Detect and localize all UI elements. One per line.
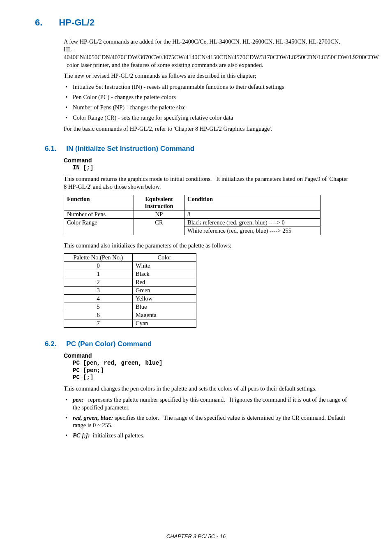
- table-cell: 6: [64, 311, 133, 319]
- section-number: 6.2.: [45, 340, 56, 348]
- table-cell: Color Range: [64, 218, 134, 235]
- table-row: 4Yellow: [64, 295, 196, 303]
- chapter-title: HP-GL/2: [59, 17, 95, 28]
- section-number: 6.1.: [45, 145, 56, 153]
- chapter-number: 6.: [35, 17, 42, 28]
- intro-paragraph: For the basic commands of HP-GL/2, refer…: [64, 125, 351, 133]
- code-block: IN [;]: [73, 164, 351, 172]
- table-row: Number of Pens NP 8: [64, 210, 321, 218]
- section-title: IN (Initialize Set Instruction) Command: [66, 145, 194, 153]
- table-cell: Black: [133, 270, 196, 278]
- table-header-row: Palette No.(Pen No.) Color: [64, 254, 196, 262]
- table-cell: NP: [134, 210, 184, 218]
- table-cell: Number of Pens: [64, 210, 134, 218]
- table-cell: White: [133, 262, 196, 270]
- table-cell: Red: [133, 278, 196, 287]
- table-header-row: Function Equivalent Instruction Conditio…: [64, 195, 321, 210]
- command-label: Command: [64, 157, 351, 164]
- table-cell: Black reference (red, green, blue) ---->…: [184, 218, 321, 227]
- param-bullet-list: pen: represents the palette number speci…: [64, 396, 351, 439]
- paragraph: This command changes the pen colors in t…: [64, 385, 351, 393]
- chapter-heading: 6.HP-GL/2: [35, 17, 351, 28]
- param-term: pen:: [73, 396, 84, 403]
- table-cell: Green: [133, 287, 196, 295]
- param-text: represents the palette number specified …: [73, 396, 347, 411]
- param-text: initializes all palettes.: [90, 432, 144, 439]
- palette-table: Palette No.(Pen No.) Color 0White 1Black…: [64, 253, 196, 328]
- table-header: Palette No.(Pen No.): [64, 254, 133, 262]
- table-row: 6Magenta: [64, 311, 196, 319]
- list-item: pen: represents the palette number speci…: [64, 396, 351, 412]
- table-row: 2Red: [64, 278, 196, 287]
- table-cell: Blue: [133, 303, 196, 311]
- table-row: 7Cyan: [64, 319, 196, 328]
- table-cell: 3: [64, 287, 133, 295]
- table-row: 3Green: [64, 287, 196, 295]
- table-row: 0White: [64, 262, 196, 270]
- table-cell: White reference (red, green, blue) ---->…: [184, 227, 321, 235]
- table-cell: Cyan: [133, 319, 196, 328]
- table-header: Function: [64, 195, 134, 210]
- list-item: Pen Color (PC) - changes the palette col…: [64, 93, 351, 101]
- table-cell: Magenta: [133, 311, 196, 319]
- table-row: 5Blue: [64, 303, 196, 311]
- list-item: PC [;]: initializes all palettes.: [64, 432, 351, 439]
- table-header: Condition: [184, 195, 321, 210]
- list-item: Color Range (CR) - sets the range for sp…: [64, 114, 351, 122]
- code-block: PC [pen, red, green, blue] PC [pen;] PC …: [73, 360, 351, 382]
- table-cell: 0: [64, 262, 133, 270]
- table-header: Equivalent Instruction: [134, 195, 184, 210]
- section-title: PC (Pen Color) Command: [66, 340, 152, 348]
- list-item: Number of Pens (NP) - changes the palett…: [64, 104, 351, 111]
- paragraph: This command returns the graphics mode t…: [64, 175, 351, 191]
- table-header: Color: [133, 254, 196, 262]
- table-cell: 5: [64, 303, 133, 311]
- command-label: Command: [64, 352, 351, 359]
- page-footer: CHAPTER 3 PCL5C - 16: [0, 533, 392, 539]
- equivalent-instruction-table: Function Equivalent Instruction Conditio…: [64, 195, 321, 235]
- intro-paragraph: A few HP-GL/2 commands are added for the…: [64, 38, 351, 69]
- table-row: 1Black: [64, 270, 196, 278]
- table-cell: Yellow: [133, 295, 196, 303]
- table-cell: 8: [184, 210, 321, 218]
- list-item: red, green, blue: specifies the color. T…: [64, 414, 351, 430]
- table-cell: 2: [64, 278, 133, 287]
- param-term: red, green, blue:: [73, 414, 113, 421]
- table-cell: 7: [64, 319, 133, 328]
- section-heading: 6.2.PC (Pen Color) Command: [45, 340, 351, 348]
- table-cell: 4: [64, 295, 133, 303]
- param-text: specifies the color. The range of the sp…: [73, 414, 345, 429]
- table-row: Color Range CR Black reference (red, gre…: [64, 218, 321, 227]
- param-term: PC [;]:: [73, 432, 90, 439]
- table-cell: CR: [134, 218, 184, 235]
- section-heading: 6.1.IN (Initialize Set Instruction) Comm…: [45, 145, 351, 153]
- intro-paragraph: The new or revised HP-GL/2 commands as f…: [64, 72, 351, 80]
- list-item: Initialize Set Instruction (IN) - resets…: [64, 83, 351, 91]
- table-cell: 1: [64, 270, 133, 278]
- intro-bullet-list: Initialize Set Instruction (IN) - resets…: [64, 83, 351, 121]
- paragraph: This command also initializes the parame…: [64, 242, 351, 250]
